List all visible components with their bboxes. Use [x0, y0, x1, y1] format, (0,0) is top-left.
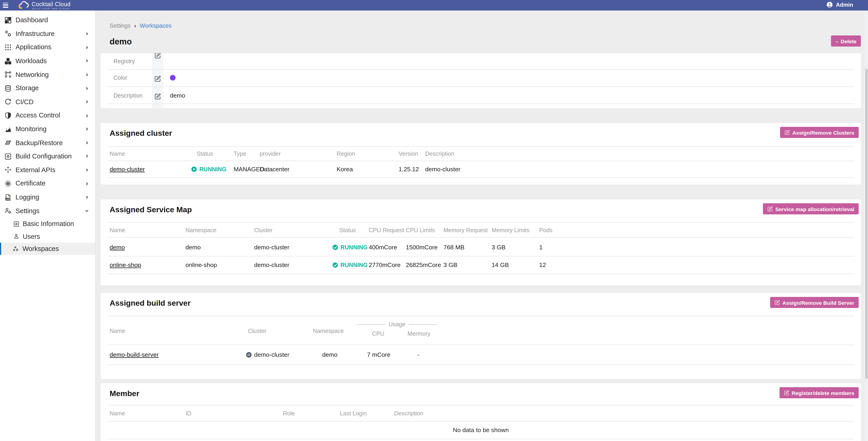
col-cpu-limits: CPU Limits [406, 227, 435, 233]
sidebar: Dashboard Infrastructure › Applications … [0, 10, 96, 441]
col-region: Region [337, 150, 355, 157]
chevron-right-icon: › [134, 23, 136, 29]
edit-icon [783, 390, 789, 395]
servicemap-cluster: demo-cluster [254, 244, 289, 250]
button-label: Register/delete members [792, 390, 854, 396]
delete-button[interactable]: – Delete [831, 35, 861, 47]
servicemap-namespace: online-shop [185, 262, 217, 268]
header-divider [107, 345, 854, 345]
col-role: Role [283, 410, 295, 416]
col-cluster: Cluster [248, 327, 267, 334]
col-provider: provider [260, 150, 281, 157]
breadcrumb-workspaces[interactable]: Workspaces [140, 22, 172, 29]
member-title: Member [110, 389, 140, 398]
sidebar-item-dashboard[interactable]: Dashboard [0, 13, 95, 27]
sidebar-item-label: Logging [16, 193, 39, 201]
row-divider [107, 177, 854, 178]
sidebar-item-label: Basic Information [23, 220, 74, 228]
col-status: Status [339, 227, 356, 233]
sidebar-item-backup-restore[interactable]: Backup/Restore › [0, 136, 95, 149]
sidebar-item-access-control[interactable]: Access Control › [0, 109, 95, 122]
workspace-color-dot [170, 75, 175, 80]
row-divider [107, 256, 854, 257]
build-server-name-link[interactable]: demo-build-server [110, 351, 159, 358]
assigned-build-server-card: Assigned build server Assign/Remove Buil… [101, 293, 861, 379]
assign-remove-clusters-button[interactable]: Assign/Remove Clusters [780, 127, 859, 138]
sidebar-item-users[interactable]: Users [0, 230, 95, 242]
sidebar-item-label: Access Control [16, 112, 60, 119]
col-type: Type [234, 150, 246, 157]
register-delete-members-button[interactable]: Register/delete members [779, 387, 859, 398]
assigned-service-map-title: Assigned Service Map [110, 205, 192, 214]
sidebar-item-workloads[interactable]: Workloads › [0, 54, 95, 68]
col-memory-request: Memory Request [443, 227, 488, 233]
col-cluster: Cluster [254, 227, 272, 233]
menu-toggle-button[interactable] [3, 2, 8, 8]
sidebar-item-label: Settings [16, 207, 39, 215]
edit-registry-icon[interactable] [154, 53, 161, 57]
logging-icon [4, 193, 12, 201]
edit-description-icon[interactable] [154, 92, 161, 98]
sidebar-item-infrastructure[interactable]: Infrastructure › [0, 27, 95, 40]
scrollbar-thumb[interactable] [865, 69, 868, 379]
servicemap-memory-limits: 3 GB [492, 244, 505, 250]
chevron-right-icon: › [86, 194, 88, 200]
sidebar-item-logging[interactable]: Logging › [0, 190, 95, 204]
cluster-name-link[interactable]: demo-cluster [110, 166, 145, 172]
status-text: RUNNING [341, 244, 368, 250]
sidebar-item-storage[interactable]: Storage › [0, 82, 95, 95]
vertical-scrollbar[interactable] [865, 10, 868, 441]
assigned-service-map-card: Assigned Service Map Service map allocat… [101, 200, 861, 285]
row-divider [107, 86, 854, 87]
sidebar-item-certificate[interactable]: Certificate › [0, 177, 95, 190]
registry-label: Registry [114, 58, 135, 64]
service-map-allocation-button[interactable]: Service map allocation/retrieval [763, 203, 859, 214]
button-label: Service map allocation/retrieval [775, 206, 854, 212]
build-server-cpu-usage: 7 mCore [367, 351, 391, 358]
servicemap-memory-limits: 14 GB [492, 262, 509, 268]
minus-icon: – [835, 38, 838, 44]
breadcrumb: Settings › Workspaces [110, 22, 172, 29]
workspaces-icon [12, 245, 19, 252]
chevron-down-icon: › [84, 210, 90, 212]
servicemap-name-link[interactable]: online-shop [110, 262, 141, 268]
sidebar-item-monitoring[interactable]: Monitoring › [0, 122, 95, 136]
app-logo[interactable]: Cocktail Cloud BUILD YOUR OWN CLOUD! [18, 1, 70, 10]
status-text: RUNNING [341, 262, 368, 268]
applications-icon [4, 43, 12, 51]
servicemap-name-link[interactable]: demo [110, 244, 125, 250]
breadcrumb-settings[interactable]: Settings [110, 22, 131, 29]
edit-color-icon[interactable] [154, 74, 161, 81]
topbar: Cocktail Cloud BUILD YOUR OWN CLOUD! Adm… [0, 0, 868, 10]
sidebar-item-external-apis[interactable]: External APIs › [0, 163, 95, 177]
edit-icon [767, 206, 773, 212]
col-status: Status [196, 150, 213, 157]
assign-remove-build-server-button[interactable]: Assign/Remove Build Server [770, 297, 859, 308]
sidebar-item-label: Monitoring [16, 125, 47, 133]
running-check-icon [332, 262, 338, 268]
col-last-login: Last Login [340, 410, 367, 416]
servicemap-cpu-request: 400mCore [369, 244, 397, 250]
sidebar-item-label: Infrastructure [16, 30, 55, 37]
sidebar-item-settings[interactable]: Settings › [0, 204, 95, 217]
sidebar-item-build-configuration[interactable]: Build Configuration › [0, 149, 95, 163]
description-label: Description [114, 92, 143, 98]
monitoring-icon [4, 125, 12, 133]
sidebar-item-networking[interactable]: Networking › [0, 68, 95, 81]
running-check-icon [332, 244, 338, 250]
sidebar-item-workspaces[interactable]: Workspaces [0, 242, 95, 255]
build-configuration-icon [4, 152, 12, 160]
sidebar-item-cicd[interactable]: CI/CD › [0, 95, 95, 109]
chevron-right-icon: › [86, 180, 88, 187]
sidebar-item-basic-information[interactable]: Basic Information [0, 218, 95, 230]
sidebar-item-applications[interactable]: Applications › [0, 40, 95, 54]
sidebar-item-label: CI/CD [16, 98, 34, 106]
sidebar-item-label: Applications [16, 43, 52, 51]
user-menu[interactable]: Admin [827, 1, 853, 7]
chevron-right-icon: › [86, 71, 88, 78]
certificate-icon [4, 180, 12, 187]
logo-text: Cocktail Cloud BUILD YOUR OWN CLOUD! [32, 1, 71, 10]
servicemap-memory-request: 768 MB [443, 244, 465, 250]
button-label: Assign/Remove Clusters [792, 129, 854, 136]
chevron-right-icon: › [86, 30, 88, 37]
